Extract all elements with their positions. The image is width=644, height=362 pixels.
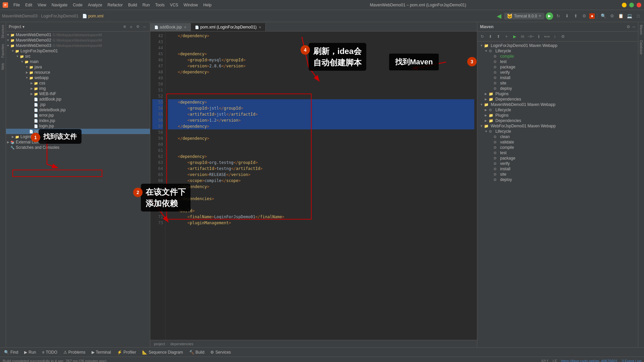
- project-icon-2[interactable]: ≡: [128, 24, 134, 29]
- run-btn[interactable]: ▶ Run: [21, 349, 39, 355]
- run-green-button[interactable]: ▶: [546, 12, 553, 20]
- toolbar-btn-4[interactable]: ⚙: [581, 12, 588, 20]
- maven-tree-item[interactable]: ▶📁Plugins: [477, 91, 638, 97]
- problems-btn[interactable]: ⚠ Problems: [61, 349, 88, 355]
- toolbar-btn-9[interactable]: □: [635, 12, 642, 20]
- tree-item[interactable]: ▶📁css: [6, 80, 150, 86]
- maven-tree-item[interactable]: ⚙install: [477, 166, 638, 172]
- maven-add-btn[interactable]: +: [503, 33, 510, 40]
- tree-item[interactable]: ▼📁java: [6, 64, 150, 70]
- maven-tree-item[interactable]: ⚙compile: [477, 54, 638, 59]
- window-controls[interactable]: [622, 3, 641, 7]
- maven-tree-item[interactable]: ▼⚙Lifecycle: [477, 48, 638, 54]
- maven-tree-item[interactable]: ⚙deploy: [477, 86, 638, 91]
- menu-code[interactable]: Code: [70, 2, 85, 8]
- breadcrumb-deps-item[interactable]: dependencies: [170, 342, 194, 346]
- tree-item[interactable]: 📄.jsp: [6, 102, 150, 107]
- menu-vcs[interactable]: VCS: [167, 2, 181, 8]
- menu-file[interactable]: File: [11, 2, 22, 8]
- terminal-btn[interactable]: ▶ Terminal: [89, 349, 114, 355]
- structure-tab[interactable]: Structure: [0, 22, 5, 41]
- breadcrumb-project[interactable]: MavenWebDemo03: [2, 14, 38, 18]
- maven-expand-btn[interactable]: ↕: [551, 33, 558, 40]
- tree-item[interactable]: ▶📁WEB-INF: [6, 91, 150, 97]
- toolbar-btn-5[interactable]: 🔍: [600, 12, 607, 20]
- services-btn[interactable]: ⚙ Services: [208, 349, 233, 355]
- profiler-btn[interactable]: ⚡ Profiler: [114, 349, 139, 355]
- tree-item[interactable]: ▼📁MavenWebDemo02G:\Workspace\Idea\worksp…: [6, 38, 150, 43]
- run-config[interactable]: 🐱 Tomcat 8.0.0 ▼: [504, 13, 544, 19]
- menu-edit[interactable]: Edit: [22, 2, 35, 8]
- close-button[interactable]: [637, 3, 641, 7]
- menu-window[interactable]: Window: [181, 2, 201, 8]
- toolbar-btn-2[interactable]: ⬇: [563, 12, 571, 20]
- maven-upload-btn[interactable]: ⬆: [495, 33, 502, 40]
- find-btn[interactable]: 🔍 Find: [1, 349, 21, 355]
- project-icon-1[interactable]: ⊕: [122, 24, 127, 29]
- todo-btn[interactable]: ≡ TODO: [39, 349, 60, 355]
- maven-tree-item[interactable]: ▶📁Dependencies: [477, 118, 638, 123]
- maven-close-icon[interactable]: ─: [632, 24, 635, 29]
- tree-item[interactable]: ▼📁LoginForJspDemo01: [6, 48, 150, 54]
- maven-tree-item[interactable]: ▼📁MavenWebDemo01 Maven Webapp: [477, 102, 638, 107]
- tree-item[interactable]: 📄index.jsp: [6, 118, 150, 123]
- maven-tree-item[interactable]: ⚙test: [477, 150, 638, 156]
- maven-tree-item[interactable]: ▶⚙Lifecycle: [477, 107, 638, 113]
- tree-item[interactable]: ▼📁main: [6, 59, 150, 64]
- tree-item[interactable]: 📄addBook.jsp: [6, 97, 150, 102]
- maven-tree-item[interactable]: ▶📁Plugins: [477, 113, 638, 118]
- tree-item[interactable]: 📄login.jsp: [6, 123, 150, 129]
- menu-navigate[interactable]: Navigate: [49, 2, 70, 8]
- tree-item[interactable]: ▶📁LoginForVueDemo01: [6, 134, 150, 139]
- tree-item[interactable]: ▼📁MavenWebDemo01G:\Workspace\Idea\worksp…: [6, 32, 150, 38]
- maven-tree-item[interactable]: ▼📁LoginForJspDemo01 Maven Webapp: [477, 43, 638, 48]
- maven-tree-item[interactable]: ▼📁WebForJspDemo01 Maven Webapp: [477, 123, 638, 129]
- menu-analyze[interactable]: Analyze: [85, 2, 105, 8]
- menu-build[interactable]: Build: [125, 2, 140, 8]
- maven-refresh-btn[interactable]: ↻: [479, 33, 486, 40]
- tab-pomxml-close[interactable]: ✕: [259, 25, 261, 29]
- toolbar-btn-1[interactable]: ↻: [554, 12, 562, 20]
- maven-settings-icon[interactable]: ⚙: [627, 24, 630, 29]
- tree-item[interactable]: ▶📁resource: [6, 70, 150, 75]
- tree-item[interactable]: ▼📁MavenWebDemo03G:\Workspace\Idea\worksp…: [6, 43, 150, 48]
- code-editor[interactable]: </dependency> <dependency> <groupId>mysq…: [165, 32, 477, 340]
- tree-item[interactable]: ▶📁img: [6, 86, 150, 91]
- menu-tools[interactable]: Tools: [153, 2, 167, 8]
- maven-tree-item[interactable]: ▶📁Dependencies: [477, 97, 638, 102]
- back-btn[interactable]: ◀: [495, 12, 503, 20]
- maven-tree-item[interactable]: ⚙test: [477, 59, 638, 64]
- web-tab[interactable]: Web: [0, 60, 5, 72]
- sequence-btn[interactable]: 📐 Sequence Diagram: [140, 349, 186, 355]
- maven-sync-btn[interactable]: ⟺: [543, 33, 550, 40]
- maven-tree-item[interactable]: ⚙verify: [477, 70, 638, 75]
- tree-item[interactable]: ▼📁src: [6, 54, 150, 59]
- menu-run[interactable]: Run: [140, 2, 153, 8]
- build-btn[interactable]: 🔨 Build: [186, 349, 207, 355]
- favorites-tab[interactable]: Favorites: [0, 41, 5, 60]
- maven-info-btn[interactable]: ℹ: [535, 33, 542, 40]
- maven-tree-item[interactable]: ⚙package: [477, 64, 638, 70]
- toolbar-btn-3[interactable]: ⬆: [572, 12, 579, 20]
- maven-config-btn[interactable]: ⚙: [559, 33, 567, 40]
- blog-url[interactable]: https://blog.csdn.net/qq_48676601: [561, 359, 618, 362]
- minimize-button[interactable]: [622, 3, 627, 7]
- tree-item[interactable]: ▼📁webapp: [6, 75, 150, 80]
- breadcrumb-file[interactable]: 📄 pom.xml: [82, 14, 104, 18]
- maven-tree-item[interactable]: ⚙compile: [477, 145, 638, 150]
- maven-run-btn[interactable]: ▶: [511, 33, 518, 40]
- maven-tree-item[interactable]: ⚙deploy: [477, 177, 638, 182]
- breadcrumb-project-item[interactable]: project: [154, 342, 165, 346]
- tree-item[interactable]: 🔧Scratches and Consoles: [6, 145, 150, 150]
- maven-m-btn[interactable]: m: [519, 33, 526, 40]
- menu-view[interactable]: View: [35, 2, 49, 8]
- maven-tree-item[interactable]: ⚙validate: [477, 139, 638, 145]
- maven-tree-item[interactable]: ⚙site: [477, 172, 638, 177]
- tree-item[interactable]: ▶📚External Libraries: [6, 139, 150, 145]
- maven-tree-item[interactable]: ⚙clean: [477, 134, 638, 139]
- maven-download-btn[interactable]: ⬇: [487, 33, 494, 40]
- maven-tree-item[interactable]: ⚙package: [477, 156, 638, 161]
- database-side-tab[interactable]: Database: [639, 38, 644, 57]
- maven-side-tab[interactable]: Maven: [639, 22, 644, 38]
- menu-refactor[interactable]: Refactor: [105, 2, 125, 8]
